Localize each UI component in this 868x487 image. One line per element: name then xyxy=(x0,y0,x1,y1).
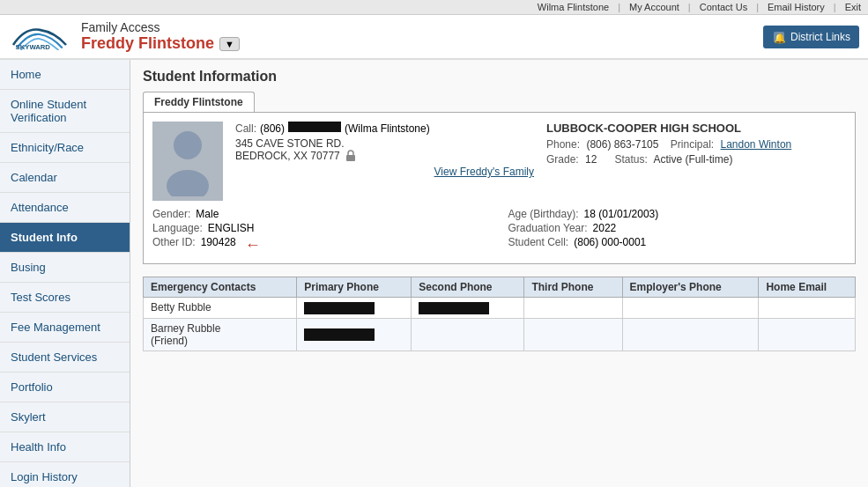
app-title: Family Access xyxy=(81,20,240,34)
sidebar-item-calendar[interactable]: Calendar xyxy=(0,163,130,193)
phone-number: (806) 863-7105 xyxy=(586,138,658,151)
svg-text:SKYWARD: SKYWARD xyxy=(16,43,51,50)
email-history-link[interactable]: Email History xyxy=(768,2,825,12)
cell-label: Student Cell: xyxy=(508,236,569,255)
view-family-link[interactable]: View Freddy's Family xyxy=(235,166,534,178)
gender-value: Male xyxy=(196,208,219,220)
svg-point-4 xyxy=(167,170,209,196)
gender-label: Gender: xyxy=(152,208,190,220)
language-value: ENGLISH xyxy=(208,222,255,234)
red-arrow-icon: ← xyxy=(245,236,261,255)
sidebar-item-online-student-verification[interactable]: Online Student Verification xyxy=(0,90,130,133)
sidebar-item-health-info[interactable]: Health Info xyxy=(0,432,130,462)
address-line2: BEDROCK, XX 70777 xyxy=(235,150,340,162)
sidebar-item-student-info[interactable]: Student Info xyxy=(0,223,130,253)
ec-phone-empty xyxy=(524,298,622,319)
school-name: LUBBOCK-COOPER HIGH SCHOOL xyxy=(546,122,846,135)
status-value: Active (Full-time) xyxy=(653,153,732,166)
call-label: Call: xyxy=(235,122,256,135)
call-row: Call: (806) (Wilma Flintstone) xyxy=(235,122,534,135)
grad-value: 2022 xyxy=(593,222,617,234)
sidebar-item-fee-management[interactable]: Fee Management xyxy=(0,313,130,343)
ec-name: Betty Rubble xyxy=(144,298,297,319)
ec-phone-empty xyxy=(759,298,856,319)
ec-phone-empty xyxy=(412,318,524,350)
more-info-grid: Gender: Male Age (Birthday): 18 (01/01/2… xyxy=(152,208,846,255)
lock-icon xyxy=(345,150,357,162)
logged-in-user: Wilma Flintstone xyxy=(538,2,609,12)
school-phone-row: Phone: (806) 863-7105 Principal: Landon … xyxy=(546,138,846,151)
sidebar-item-test-scores[interactable]: Test Scores xyxy=(0,283,130,313)
main-layout: HomeOnline Student VerificationEthnicity… xyxy=(0,60,868,487)
ec-phone-redacted xyxy=(297,318,412,350)
student-card-inner: Call: (806) (Wilma Flintstone) 345 CAVE … xyxy=(152,122,846,201)
sidebar-item-login-history[interactable]: Login History xyxy=(0,462,130,487)
school-info: LUBBOCK-COOPER HIGH SCHOOL Phone: (806) … xyxy=(546,122,846,201)
ec-header-second-phone: Second Phone xyxy=(412,277,524,298)
header-right: 🔔 District Links xyxy=(763,26,859,48)
call-number: (806) xyxy=(260,122,285,135)
phone-label: Phone: xyxy=(546,138,580,151)
language-label: Language: xyxy=(152,222,203,234)
grad-label: Graduation Year: xyxy=(508,222,588,234)
ec-phone-empty xyxy=(622,298,759,319)
svg-point-3 xyxy=(174,131,202,159)
skyward-logo-svg: SKYWARD xyxy=(9,24,70,50)
grade-value: 12 xyxy=(585,153,597,166)
contact-us-link[interactable]: Contact Us xyxy=(700,2,747,12)
address-block: 345 CAVE STONE RD. BEDROCK, XX 70777 xyxy=(235,137,534,162)
sidebar: HomeOnline Student VerificationEthnicity… xyxy=(0,60,130,487)
district-links-label: District Links xyxy=(790,31,850,43)
sidebar-item-portfolio[interactable]: Portfolio xyxy=(0,373,130,402)
ec-table-row: Barney Rubble (Friend) xyxy=(144,318,856,350)
ec-table-body: Betty RubbleBarney Rubble (Friend) xyxy=(144,298,856,351)
sidebar-item-skylert[interactable]: Skylert xyxy=(0,402,130,432)
grade-status-row: Grade: 12 Status: Active (Full-time) xyxy=(546,153,846,166)
student-photo xyxy=(152,122,223,201)
page-title: Student Information xyxy=(143,69,856,85)
my-account-link[interactable]: My Account xyxy=(629,2,679,12)
sidebar-item-ethnicity/race[interactable]: Ethnicity/Race xyxy=(0,133,130,163)
student-dropdown-button[interactable]: ▼ xyxy=(219,37,240,51)
ec-header-employer's-phone: Employer's Phone xyxy=(622,277,759,298)
ec-header-third-phone: Third Phone xyxy=(524,277,622,298)
ec-phone-redacted xyxy=(412,298,524,319)
exit-link[interactable]: Exit xyxy=(845,2,861,12)
district-links-button[interactable]: 🔔 District Links xyxy=(763,26,859,48)
avatar-silhouette xyxy=(161,126,214,196)
ec-phone-empty xyxy=(759,318,856,350)
student-info-card: Call: (806) (Wilma Flintstone) 345 CAVE … xyxy=(143,112,856,264)
call-person: (Wilma Flintstone) xyxy=(345,122,430,135)
ec-phone-empty xyxy=(622,318,759,350)
sidebar-item-home[interactable]: Home xyxy=(0,60,130,90)
other-id-row: Other ID: 190428 ← xyxy=(152,236,491,255)
grad-row: Graduation Year: 2022 xyxy=(508,222,847,234)
header: SKYWARD Family Access Freddy Flintstone … xyxy=(0,15,868,60)
student-name-header: Freddy Flintstone xyxy=(81,34,214,53)
cell-row: Student Cell: (806) 000-0001 xyxy=(508,236,847,255)
logo-box: SKYWARD xyxy=(9,24,70,50)
ec-header-emergency-contacts: Emergency Contacts xyxy=(144,277,297,298)
ec-phone-empty xyxy=(524,318,622,350)
grade-label: Grade: xyxy=(546,153,579,166)
student-details-left: Call: (806) (Wilma Flintstone) 345 CAVE … xyxy=(235,122,534,201)
age-row: Age (Birthday): 18 (01/01/2003) xyxy=(508,208,847,220)
age-label: Age (Birthday): xyxy=(508,208,579,220)
sidebar-item-student-services[interactable]: Student Services xyxy=(0,343,130,373)
redacted-block xyxy=(419,302,489,314)
emergency-contacts-table: Emergency ContactsPrimary PhoneSecond Ph… xyxy=(143,277,856,351)
ec-phone-redacted xyxy=(297,298,412,319)
principal-label: Principal: xyxy=(671,138,714,151)
sidebar-item-busing[interactable]: Busing xyxy=(0,253,130,283)
other-id-label: Other ID: xyxy=(152,236,196,255)
redacted-phone-1 xyxy=(288,122,341,132)
top-bar: Wilma Flintstone | My Account | Contact … xyxy=(0,0,868,15)
age-value: 18 (01/01/2003) xyxy=(584,208,659,220)
content-area: Student Information Freddy Flintstone Ca… xyxy=(130,60,868,487)
status-label: Status: xyxy=(614,153,647,166)
principal-link[interactable]: Landon Winton xyxy=(721,138,792,151)
ec-name: Barney Rubble (Friend) xyxy=(144,318,297,350)
student-tab[interactable]: Freddy Flintstone xyxy=(143,92,255,112)
sidebar-item-attendance[interactable]: Attendance xyxy=(0,193,130,223)
logo-area: SKYWARD Family Access Freddy Flintstone … xyxy=(9,20,240,53)
